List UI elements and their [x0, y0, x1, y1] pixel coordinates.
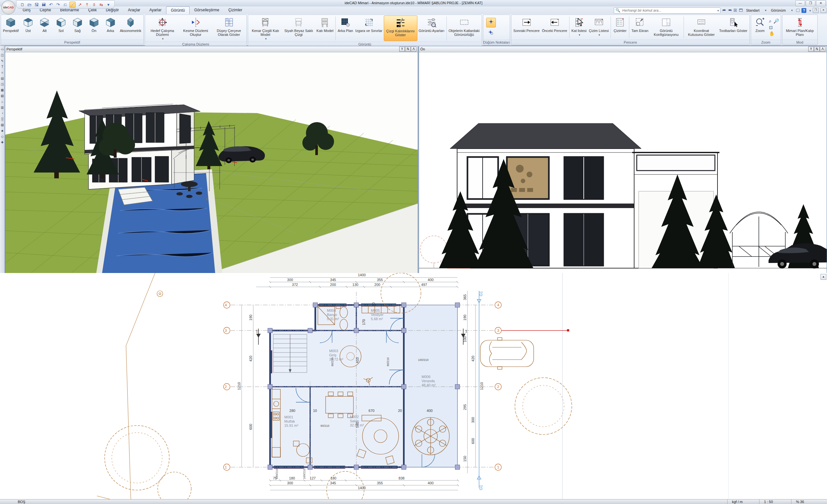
left-tool-icon[interactable]: ⌗ [0, 70, 4, 74]
save-icon[interactable]: 🖫 [34, 2, 39, 7]
polyline-tool-icon[interactable]: ⋰ [69, 2, 76, 8]
btn-tam-ekran[interactable]: Tam Ekran [630, 15, 649, 39]
window-small-icon[interactable]: 🗔 [739, 8, 743, 13]
status-units[interactable]: kgf / m [727, 500, 759, 504]
menu-cizimler[interactable]: Çizimler [224, 6, 247, 14]
btn-sag[interactable]: Sağ [69, 15, 86, 39]
menu-araclar[interactable]: Araçlar [124, 6, 145, 14]
pan-icon[interactable]: ✋ [769, 31, 775, 36]
monitor-icon[interactable]: 🖵 [796, 8, 800, 13]
btn-on[interactable]: Ön [86, 15, 102, 39]
zoom-selected-icon[interactable]: ⊡ [769, 25, 773, 30]
btn-koordinat-kutusu[interactable]: x=y= Koordinat Kutusunu Göster [685, 15, 718, 39]
btn-sol[interactable]: Sol [53, 15, 69, 39]
left-tool-icon[interactable]: ⌂ [0, 100, 4, 104]
left-tool-icon[interactable]: ◔ [0, 111, 4, 115]
perspective-viewport-titlebar[interactable]: Perspektif Y N Λ [5, 46, 418, 52]
btn-cizim-listesi[interactable]: Çizim Listesi [588, 15, 610, 39]
btn-mimari-plan-kalip-plani[interactable]: Mimari Plan/Kalıp Planı [783, 15, 816, 39]
status-scale[interactable]: 1 : 50 [759, 500, 791, 504]
btn-dusey-cerceve[interactable]: Düşey Çerçeve Olarak Göster [212, 15, 246, 41]
menu-ayarlar[interactable]: Ayarlar [145, 6, 166, 14]
measure-icon[interactable]: ↗ [77, 2, 83, 7]
btn-hedef-calisma-duzlemi[interactable]: Hedef Çalışma Düzlemi [146, 15, 179, 41]
zoom-window-icon[interactable]: ⌕ [769, 18, 772, 24]
scroll-up-icon[interactable]: ▲ [821, 274, 826, 280]
btn-cizimler[interactable]: Çizimler [612, 15, 628, 39]
btn-aksonometrik[interactable]: Aksonometrik [119, 15, 142, 39]
btn-kenar-cizgili-kati-model[interactable]: Kenar Çizgili Katı Model [249, 15, 282, 41]
dropdown-arrow-icon[interactable] [264, 37, 267, 41]
btn-izgara-sinirlar[interactable]: Izgara ve Sınırlar [354, 15, 383, 41]
undo-view-icon[interactable]: ⎌ [62, 2, 68, 7]
btn-alt[interactable]: Alt [37, 15, 53, 39]
search-dropdown-icon[interactable] [717, 8, 719, 13]
viewport-maximize-button[interactable]: Λ [411, 47, 417, 52]
new-file-icon[interactable]: 🗋 [20, 2, 25, 7]
btn-arka-plan[interactable]: Arka Plan [337, 15, 354, 41]
save-all-icon[interactable]: 🖬 [41, 2, 47, 7]
btn-zoom[interactable]: Zoom [752, 15, 768, 39]
viewport-maximize-button[interactable]: Λ [820, 47, 825, 52]
view-menu[interactable]: Görünüm [770, 8, 794, 13]
mdi-restore-button[interactable]: ❐ [813, 8, 819, 13]
dropdown-arrow-icon[interactable] [161, 37, 164, 41]
btn-goruntu-konfigurasyonu[interactable]: Görüntü Konfigürasyonu [650, 15, 683, 39]
command-search[interactable]: 🔍 [614, 7, 720, 13]
btn-cizgi-kalinliklari[interactable]: Çizgi Kalınlıklarını Göster [384, 15, 418, 41]
btn-onceki-pencere[interactable]: Önceki Pencere [541, 15, 568, 39]
left-tool-icon[interactable]: ✎ [0, 59, 4, 63]
dimension-icon[interactable]: ⤒ [84, 2, 90, 7]
btn-arka[interactable]: Arka [102, 15, 118, 39]
dimension-horizontal-icon[interactable]: ⇆ [99, 2, 104, 7]
viewport-restore-button[interactable]: N [405, 47, 410, 52]
left-tool-icon[interactable]: T [0, 65, 4, 69]
left-tool-icon[interactable]: ◇ [0, 135, 4, 139]
minimize-button[interactable]: — [795, 0, 805, 6]
help-dropdown-icon[interactable] [808, 8, 811, 13]
left-tool-icon[interactable]: ▒ [0, 117, 4, 121]
viewport-minimize-button[interactable]: Y [808, 47, 814, 52]
help-icon[interactable]: ? [801, 8, 806, 13]
redo-icon[interactable]: ↷ [55, 2, 61, 7]
left-tool-icon[interactable]: ▧ [0, 94, 4, 98]
search-input[interactable] [622, 8, 715, 13]
left-tool-icon[interactable]: ▦ [0, 88, 4, 92]
btn-kesme-duzlemi[interactable]: Kesme Düzlemi Oluştur [179, 15, 212, 41]
checkbox-icon[interactable]: ☒ [734, 8, 737, 13]
perspective-viewport[interactable]: Perspektif Y N Λ [5, 46, 418, 273]
undo-icon[interactable]: ↶ [48, 2, 54, 7]
viewport-minimize-button[interactable]: Y [399, 47, 405, 52]
node-points-secondary-button[interactable] [486, 28, 495, 37]
left-tool-icon[interactable]: ▥ [0, 105, 4, 109]
profile-combo[interactable]: Standart [745, 8, 768, 13]
idecad-logo[interactable]: ideCAD [1, 0, 15, 14]
btn-ust[interactable]: Üst [20, 15, 36, 39]
dimension-vertical-icon[interactable]: ⇳ [91, 2, 97, 7]
mdi-close-button[interactable]: ✕ [821, 8, 826, 13]
node-points-button[interactable] [486, 18, 496, 28]
front-viewport[interactable]: Ön Y N Λ [419, 46, 827, 273]
dropdown-arrow-icon[interactable] [598, 33, 600, 37]
close-button[interactable]: ✕ [816, 0, 826, 6]
btn-objelerin-gorunurlugu[interactable]: Objelerin Katlardaki Görünürlüğü [448, 15, 481, 41]
btn-perspektif[interactable]: Perspektif [2, 15, 20, 39]
zoom-extents-icon[interactable]: 🔎 [773, 18, 779, 24]
btn-toolbarlari-goster[interactable]: T Toolbarları Göster [718, 15, 748, 39]
btn-kati-model[interactable]: Katı Model [315, 15, 335, 41]
left-tool-icon[interactable]: ▨ [0, 123, 4, 127]
maximize-button[interactable]: ❐ [806, 0, 815, 6]
menu-gorsellestirme[interactable]: Görselleştirme [190, 6, 224, 14]
status-zoom[interactable]: % 36 [791, 500, 823, 504]
left-tool-icon[interactable]: ♣ [0, 129, 4, 133]
plan-viewport[interactable]: 4 3 2 1 4 3 2 1 1 1 [0, 273, 827, 499]
front-viewport-titlebar[interactable]: Ön Y N Λ [419, 46, 827, 52]
btn-goruntu-ayarlari[interactable]: Görüntü Ayarları [418, 15, 445, 41]
left-tool-icon[interactable]: ◳ [0, 82, 4, 86]
left-tool-icon[interactable]: ▤ [0, 76, 4, 81]
left-tool-icon[interactable]: ▭ [0, 47, 4, 51]
dropdown-arrow-icon[interactable] [578, 33, 580, 37]
qat-overflow-icon[interactable]: ▾ [106, 2, 111, 7]
menu-goruntu[interactable]: Görüntü [166, 6, 190, 14]
layer-prev-icon[interactable]: ⮪ [728, 8, 731, 13]
